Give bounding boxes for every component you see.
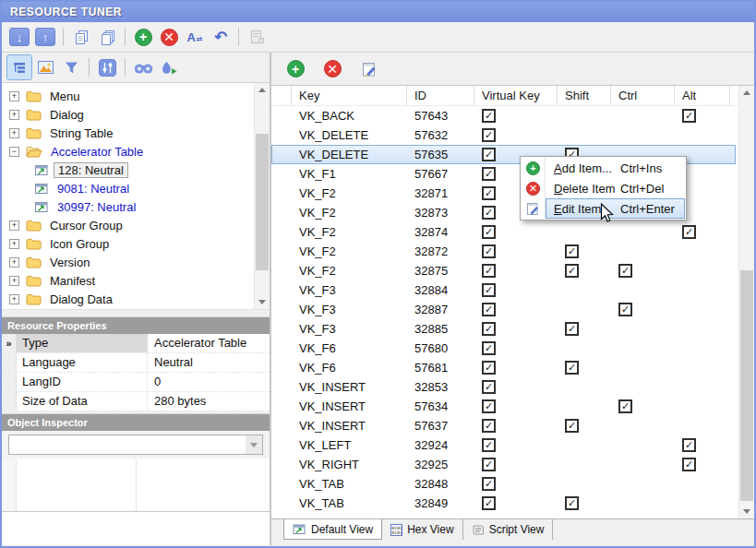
tree-item-dialog[interactable]: +Dialog bbox=[2, 105, 270, 124]
checkbox-checked[interactable]: ✓ bbox=[482, 244, 496, 258]
table-row[interactable]: VK_BACK57643✓✓ bbox=[271, 106, 736, 125]
filter-button[interactable] bbox=[59, 55, 83, 79]
table-row[interactable]: VK_F332887✓✓ bbox=[271, 300, 736, 319]
tree-item-cursor-group[interactable]: +Cursor Group bbox=[2, 216, 270, 234]
table-row[interactable]: VK_RIGHT32925✓✓ bbox=[271, 455, 736, 474]
collapse-icon[interactable]: − bbox=[9, 147, 19, 157]
checkbox-checked[interactable]: ✓ bbox=[482, 458, 496, 471]
tab-hex-view[interactable]: 01010101Hex View bbox=[382, 519, 462, 540]
checkbox-checked[interactable]: ✓ bbox=[482, 419, 496, 433]
copy-all-button[interactable] bbox=[95, 25, 119, 49]
checkbox-checked[interactable]: ✓ bbox=[482, 128, 496, 142]
add-resource-button[interactable]: + bbox=[131, 25, 155, 49]
property-row-size-of-data[interactable]: Size of Data280 bytes bbox=[2, 392, 270, 411]
checkbox-checked[interactable]: ✓ bbox=[482, 283, 496, 297]
checkbox-checked[interactable]: ✓ bbox=[482, 496, 496, 510]
tree-item-manifest[interactable]: +Manifest bbox=[2, 271, 270, 290]
checkbox-checked[interactable]: ✓ bbox=[482, 303, 496, 316]
copy-button[interactable] bbox=[69, 25, 93, 49]
scroll-up-icon[interactable] bbox=[739, 86, 754, 100]
tree-scrollbar[interactable] bbox=[254, 83, 270, 309]
table-row[interactable]: VK_F657681✓✓ bbox=[271, 358, 736, 377]
checkbox-checked[interactable]: ✓ bbox=[482, 225, 496, 239]
undo-button[interactable]: ↶ bbox=[209, 25, 233, 49]
expand-icon[interactable]: + bbox=[9, 110, 19, 120]
delete-item-button[interactable]: ✕ bbox=[320, 57, 344, 81]
column-header-alt[interactable]: Alt bbox=[675, 86, 730, 105]
checkbox-checked[interactable]: ✓ bbox=[482, 322, 496, 336]
table-row[interactable]: VK_INSERT32853✓ bbox=[271, 377, 736, 397]
table-row[interactable]: VK_F332885✓✓ bbox=[271, 319, 736, 339]
tree-item-version[interactable]: +Version bbox=[2, 253, 270, 271]
combo-dropdown-icon[interactable] bbox=[246, 435, 262, 454]
checkbox-checked[interactable]: ✓ bbox=[682, 438, 696, 452]
tab-script-view[interactable]: Script View bbox=[463, 519, 554, 540]
checkbox-checked[interactable]: ✓ bbox=[565, 244, 579, 258]
expand-icon[interactable]: + bbox=[9, 220, 19, 231]
table-scrollbar[interactable] bbox=[738, 86, 754, 518]
checkbox-checked[interactable]: ✓ bbox=[565, 361, 579, 375]
column-header-key[interactable]: Key bbox=[292, 86, 407, 105]
expand-icon[interactable]: + bbox=[9, 276, 19, 286]
tree-item-dialog-data[interactable]: +Dialog Data bbox=[2, 290, 270, 308]
menu-item-delete-item[interactable]: ✕Delete ItemCtrl+Del bbox=[522, 178, 685, 198]
checkbox-checked[interactable]: ✓ bbox=[482, 380, 496, 394]
checkbox-checked[interactable]: ✓ bbox=[482, 167, 496, 181]
checkbox-checked[interactable]: ✓ bbox=[565, 419, 579, 433]
expand-icon[interactable]: + bbox=[9, 294, 19, 304]
table-row[interactable]: VK_DELETE57632✓ bbox=[271, 125, 736, 145]
table-row[interactable]: VK_INSERT57637✓✓ bbox=[271, 416, 736, 435]
checkbox-checked[interactable]: ✓ bbox=[482, 399, 496, 413]
column-header-ctrl[interactable]: Ctrl bbox=[611, 86, 675, 105]
image-view-button[interactable] bbox=[33, 55, 57, 79]
expand-icon[interactable]: + bbox=[9, 257, 19, 268]
edit-item-button[interactable] bbox=[357, 57, 381, 81]
checkbox-checked[interactable]: ✓ bbox=[482, 361, 496, 375]
menu-item-add-item[interactable]: +Add Item...Ctrl+Ins bbox=[522, 158, 685, 178]
checkbox-checked[interactable]: ✓ bbox=[682, 109, 696, 123]
checkbox-checked[interactable]: ✓ bbox=[565, 264, 579, 278]
column-header-id[interactable]: ID bbox=[407, 86, 474, 105]
property-row-language[interactable]: LanguageNeutral bbox=[2, 353, 270, 373]
table-row[interactable]: VK_F657680✓ bbox=[271, 339, 736, 358]
checkbox-checked[interactable]: ✓ bbox=[482, 438, 496, 452]
table-row[interactable]: VK_F232872✓✓ bbox=[271, 242, 736, 261]
column-header-shift[interactable]: Shift bbox=[558, 86, 611, 105]
options-button[interactable] bbox=[95, 55, 119, 79]
tab-default-view[interactable]: Default View bbox=[283, 519, 382, 540]
expand-icon[interactable]: + bbox=[9, 239, 19, 249]
object-inspector-combo[interactable] bbox=[8, 435, 263, 455]
checkbox-checked[interactable]: ✓ bbox=[482, 148, 496, 161]
tree-item-30997-neutral[interactable]: 30997: Neutral bbox=[2, 197, 270, 216]
expand-icon[interactable]: + bbox=[9, 91, 19, 101]
tree-item-128-neutral[interactable]: 128: Neutral bbox=[2, 161, 270, 179]
expand-icon[interactable]: + bbox=[9, 128, 19, 138]
column-header-virtual-key[interactable]: Virtual Key bbox=[474, 86, 558, 105]
dialog-editor-button[interactable] bbox=[245, 25, 269, 49]
checkbox-checked[interactable]: ✓ bbox=[482, 477, 496, 491]
find-button[interactable] bbox=[131, 55, 155, 79]
property-row-type[interactable]: »TypeAccelerator Table bbox=[2, 334, 270, 353]
checkbox-checked[interactable]: ✓ bbox=[618, 303, 632, 316]
scroll-up-icon[interactable] bbox=[255, 83, 270, 97]
add-item-button[interactable]: + bbox=[283, 57, 307, 81]
tree-item-accelerator-table[interactable]: −Accelerator Table bbox=[2, 142, 270, 161]
table-row[interactable]: VK_INSERT57634✓✓ bbox=[271, 397, 736, 416]
checkbox-checked[interactable]: ✓ bbox=[482, 341, 496, 355]
checkbox-checked[interactable]: ✓ bbox=[565, 322, 579, 336]
checkbox-checked[interactable]: ✓ bbox=[482, 109, 496, 123]
table-row[interactable]: VK_TAB32849✓✓ bbox=[271, 494, 736, 513]
find-next-button[interactable] bbox=[157, 55, 181, 79]
table-row[interactable]: VK_F232875✓✓✓ bbox=[271, 261, 736, 280]
delete-resource-button[interactable]: ✕ bbox=[157, 25, 181, 49]
tree-view-button[interactable] bbox=[7, 55, 31, 79]
tree-item-menu[interactable]: +Menu bbox=[2, 87, 270, 105]
checkbox-checked[interactable]: ✓ bbox=[482, 264, 496, 278]
rename-resource-button[interactable]: A⇄ bbox=[183, 25, 207, 49]
checkbox-checked[interactable]: ✓ bbox=[618, 264, 632, 278]
table-row[interactable]: VK_F332884✓ bbox=[271, 280, 736, 300]
checkbox-checked[interactable]: ✓ bbox=[565, 496, 579, 510]
table-scrollbar-thumb[interactable] bbox=[740, 270, 753, 501]
scroll-down-icon[interactable] bbox=[739, 505, 754, 518]
move-up-button[interactable]: ↑ bbox=[33, 25, 57, 49]
